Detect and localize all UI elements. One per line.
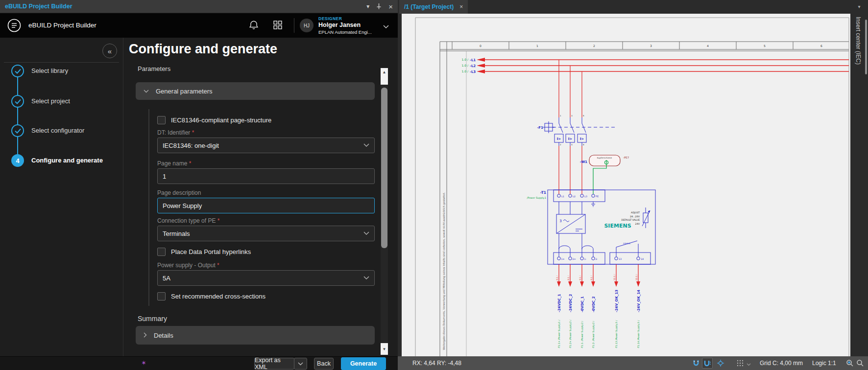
data-portal-hyperlinks-checkbox[interactable] (157, 248, 166, 256)
insert-center-scrollbar[interactable] (865, 20, 867, 74)
svg-text:3: 3 (559, 219, 562, 223)
page-name-label: Page name * (157, 160, 191, 167)
power-output-label: Power supply - Output * (157, 262, 219, 269)
sidebar-item-select-project[interactable]: Select project (31, 95, 70, 108)
back-button[interactable]: Back (314, 358, 334, 370)
apps-grid-icon[interactable] (273, 21, 282, 31)
svg-text:L2: L2 (573, 195, 576, 198)
schematic-canvas[interactable]: 0 1 2 3 4 5 6 Weitergabe dieses Dokument… (402, 14, 850, 356)
close-icon[interactable]: × (388, 3, 393, 10)
grid-display-icon[interactable] (737, 360, 744, 368)
ebuild-window: eBUILD Project Builder ▾ × eBUILD Projec… (0, 0, 398, 370)
avatar[interactable]: HJ (300, 19, 313, 32)
svg-text:5: 5 (764, 44, 766, 47)
svg-text:1+: 1+ (561, 258, 565, 260)
step-3-circle[interactable] (11, 124, 24, 137)
svg-text:-T1:2- /Power Supply.2 /: -T1:2- /Power Supply.2 / (592, 321, 595, 348)
general-parameters-section[interactable]: General parameters (136, 82, 375, 100)
svg-text:-T1:1- /Power Supply.2 /: -T1:1- /Power Supply.2 / (581, 321, 583, 348)
app-logo-icon (7, 18, 22, 35)
step-4-circle[interactable]: 4 (11, 154, 24, 167)
general-parameters-label: General parameters (156, 88, 213, 95)
svg-text:3: 3 (571, 115, 573, 117)
sidebar-item-configure-generate[interactable]: Configure and generate (31, 154, 103, 167)
scrollbar-thumb[interactable] (381, 88, 387, 248)
page-frame (440, 42, 849, 356)
svg-text:-PE7: -PE7 (623, 156, 629, 159)
page-description-input[interactable] (157, 198, 375, 213)
cross-sections-checkbox[interactable] (157, 292, 166, 301)
svg-text:0: 0 (480, 44, 482, 47)
tab-target-project[interactable]: /1 (Target Project) × (399, 0, 468, 14)
summary-label: Summary (138, 315, 167, 323)
export-options-chevron-button[interactable] (294, 358, 307, 370)
svg-text:-0VDC_1: -0VDC_1 (580, 296, 584, 312)
iec-page-structure-label: IEC81346-compliant page-structure (171, 116, 271, 124)
scroll-up-button[interactable]: ▲ (381, 68, 388, 85)
crosshair-icon[interactable] (717, 359, 724, 369)
sidebar-collapse-button[interactable]: « (102, 44, 117, 58)
svg-text:SIEMENS: SIEMENS (604, 223, 631, 229)
svg-text:-L3: -L3 (470, 70, 476, 74)
svg-text:-L1: -L1 (470, 58, 476, 62)
details-section[interactable]: Details (136, 326, 375, 345)
section-indent-guide (148, 109, 149, 306)
page-name-input[interactable] (157, 168, 375, 184)
sidebar-item-select-configurator[interactable]: Select configurator (31, 124, 84, 137)
svg-text:/Power Supply.1: /Power Supply.1 (527, 196, 547, 200)
svg-text:I>: I> (568, 137, 573, 141)
svg-text:5: 5 (583, 115, 584, 117)
zoom-area-icon[interactable] (846, 359, 854, 369)
user-org: EPLAN Automated Engi... (318, 29, 372, 35)
dt-identifier-select[interactable]: IEC81346: one-digit (157, 138, 375, 153)
generate-button[interactable]: Generate (341, 357, 386, 370)
logic-scale-value[interactable]: Logic 1:1 (812, 360, 836, 367)
svg-text:6: 6 (820, 44, 822, 47)
window-titlebar: eBUILD Project Builder ▾ × (0, 0, 398, 13)
export-xml-button[interactable]: Export as XML (254, 358, 294, 370)
svg-text:13.1 /: 13.1 / (635, 274, 638, 280)
sidebar-item-select-library[interactable]: Select library (31, 65, 68, 77)
wizard-sidebar: « Select library Select project Select c… (0, 38, 123, 356)
user-menu-chevron-icon[interactable] (383, 22, 389, 31)
pe-type-value: Terminals (163, 230, 190, 237)
form-scrollbar[interactable]: ▲ ▼ (381, 68, 388, 355)
grid-size-value[interactable]: Grid C: 4,00 mm (760, 360, 803, 367)
required-asterisk: * (217, 217, 220, 224)
schematic-drawing: 0 1 2 3 4 5 6 Weitergabe dieses Dokument… (402, 14, 850, 356)
form-footer: ✶ Export as XML Back Generate (0, 356, 398, 370)
svg-text:-T1:1+ /Power Supply.1 /: -T1:1+ /Power Supply.1 / (558, 320, 560, 348)
zoom-icon[interactable] (856, 359, 864, 369)
pin-icon[interactable] (376, 3, 382, 10)
svg-text:L1: L1 (561, 195, 564, 198)
svg-text:DEFAULT VALUE: DEFAULT VALUE (621, 219, 640, 221)
svg-text:-F1: -F1 (537, 126, 543, 130)
step-1-circle[interactable] (11, 65, 24, 77)
header-divider (294, 18, 294, 33)
step-2-circle[interactable] (11, 95, 24, 108)
iec-page-structure-checkbox[interactable] (157, 116, 166, 124)
tab-close-icon[interactable]: × (459, 3, 463, 10)
grid-options-chevron-icon[interactable] (747, 361, 751, 368)
sidebar-divider (4, 62, 119, 63)
app-header: eBUILD Project Builder HJ DESIGNER Holge… (0, 13, 398, 38)
insert-center-label[interactable]: Insert center (IEC) (855, 17, 862, 65)
svg-text:1.0 /: 1.0 / (462, 58, 469, 61)
window-menu-chevron-icon[interactable]: ▾ (366, 3, 369, 9)
required-asterisk: * (192, 129, 194, 136)
eplan-editor-window: /1 (Target Project) × (398, 0, 868, 370)
object-snap-toggle[interactable] (702, 358, 713, 369)
power-output-select[interactable]: 5A (157, 270, 375, 286)
pe-type-select[interactable]: Terminals (157, 226, 375, 241)
user-name: Holger Jansen (318, 22, 361, 28)
scroll-down-button[interactable]: ▼ (381, 343, 388, 355)
svg-text:PE: PE (596, 195, 599, 198)
tab-label: /1 (Target Project) (404, 3, 454, 10)
notifications-bell-icon[interactable] (249, 20, 259, 32)
svg-text:1-: 1- (584, 258, 587, 260)
insert-center-chevron-icon[interactable]: ▾ (854, 3, 865, 10)
sparkle-icon[interactable]: ✶ (141, 359, 146, 367)
power-output-value: 5A (163, 275, 170, 282)
snap-magnet-icon[interactable] (692, 359, 700, 369)
configure-form: Configure and generate Parameters Genera… (123, 38, 398, 356)
